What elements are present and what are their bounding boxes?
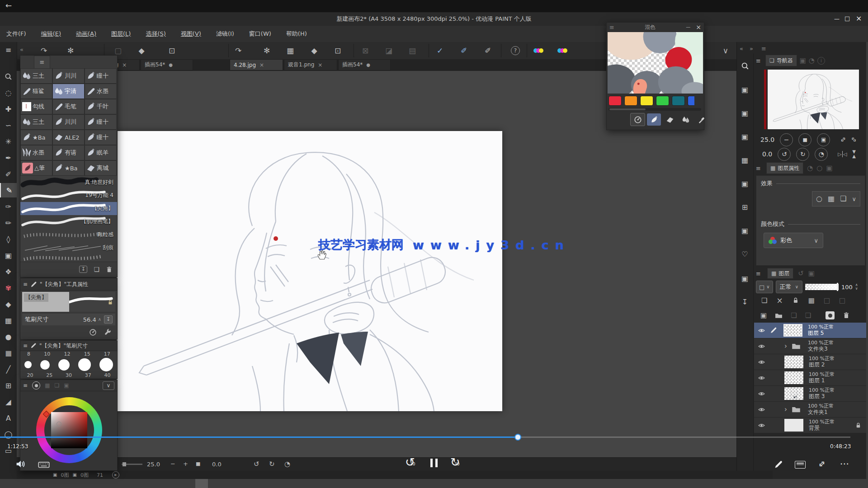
brush-item[interactable]: 离城	[97, 164, 108, 172]
inking-tool[interactable]: ✐	[0, 167, 17, 181]
layer-thumbnail[interactable]	[784, 371, 803, 384]
zoom-value[interactable]: 25.0	[760, 136, 774, 143]
brush-preset-partial[interactable]	[20, 254, 117, 262]
zoom-slider[interactable]	[122, 464, 142, 465]
brush-item[interactable]: 水墨	[33, 149, 44, 157]
brush-item[interactable]: 有请	[65, 149, 76, 157]
strip-panel-icon[interactable]: ▣	[736, 106, 753, 120]
tab-tool-nav-icon[interactable]: ◔	[807, 165, 813, 172]
doc-tab[interactable]: 插画54*●	[338, 59, 391, 70]
tab-color-slider-icon[interactable]: ▦	[45, 383, 50, 388]
strip-panel-icon[interactable]: ▣	[736, 176, 753, 191]
close-button[interactable]: ×	[856, 15, 862, 22]
text-tool[interactable]: A	[0, 411, 17, 425]
layer-thumbnail[interactable]	[783, 324, 802, 337]
canvas[interactable]	[117, 131, 502, 411]
color-swatch[interactable]	[624, 96, 637, 106]
dock-menu-icon[interactable]: ≡	[761, 46, 766, 52]
screentone-tool[interactable]: ▦	[0, 313, 17, 328]
effect-tone-icon[interactable]: ▦	[828, 195, 835, 202]
opacity-value[interactable]: 100	[841, 284, 853, 291]
rotate-ccw-button[interactable]: ↺	[778, 148, 791, 161]
layer-thumbnail[interactable]	[784, 356, 803, 368]
tab-layer-props-active[interactable]: ▦图层属性	[766, 162, 803, 174]
mixing-titlebar[interactable]: ≡ 混色 — ×	[607, 23, 704, 32]
tab-color-history-icon[interactable]: ▣	[64, 383, 69, 388]
move-tool[interactable]: ✚	[0, 102, 17, 116]
size-dot[interactable]	[99, 358, 113, 371]
brush-preset[interactable]: 19号万能 4	[20, 189, 117, 202]
panel-menu-icon[interactable]: ≡	[23, 282, 28, 287]
sv-marker[interactable]	[57, 422, 61, 427]
color-swatch[interactable]	[640, 96, 653, 106]
palette2-icon[interactable]	[555, 44, 570, 57]
bottom-rotation-value[interactable]: 0.0	[212, 461, 222, 468]
doc-tab[interactable]: 4.28.jpg×	[230, 59, 283, 70]
size-dot[interactable]	[58, 359, 70, 371]
eye-icon[interactable]	[758, 406, 765, 413]
player-timeline-track[interactable]	[0, 436, 850, 438]
eraser-tool[interactable]: ◆	[0, 297, 17, 311]
menu-animation[interactable]: 动画(A)	[76, 30, 96, 38]
tab-layers-active[interactable]: ▦图层	[767, 268, 793, 279]
pen-tool[interactable]: ✒	[0, 150, 17, 165]
reference-layer-icon[interactable]: ×	[776, 297, 783, 305]
crop-icon[interactable]: ⊡	[330, 44, 345, 57]
mixing-scrollbar[interactable]	[609, 108, 701, 111]
transform-icon[interactable]: ⊡	[164, 44, 179, 57]
brush-item[interactable]: 瞳十	[97, 72, 108, 80]
blend-tool[interactable]: ❖	[0, 264, 17, 279]
tab-history-icon[interactable]: ↺	[798, 270, 804, 277]
minimize-button[interactable]: —	[834, 16, 840, 22]
brush-item[interactable]: 川川	[65, 72, 76, 80]
tab-color-set-icon[interactable]: ❏	[54, 383, 59, 388]
menu-edit[interactable]: 编辑(E)	[41, 30, 61, 38]
rotation-value[interactable]: 0.0	[762, 150, 772, 158]
wand-tool[interactable]: ✳	[0, 134, 17, 149]
brush-item[interactable]: 三土	[33, 118, 44, 126]
eye-icon[interactable]	[758, 374, 765, 382]
layer-row[interactable]: 100 %正常图层 1	[754, 370, 866, 386]
grid-frame-tool[interactable]: ⊞	[0, 378, 17, 393]
tab-reference-icon[interactable]: ◔	[809, 57, 815, 64]
lock-layer-icon[interactable]	[792, 297, 799, 304]
brush-stroke-icon[interactable]: ✐	[480, 44, 495, 57]
opacity-stepper[interactable]: ∧∨	[855, 283, 858, 291]
brush-item[interactable]: 水墨	[97, 87, 108, 95]
size-option[interactable]: 20	[27, 372, 33, 378]
mix-blend-tool[interactable]	[663, 113, 677, 126]
brush-item-selected[interactable]: 宇清	[65, 87, 76, 95]
menu-layer[interactable]: 图层(L)	[111, 30, 131, 38]
back-icon[interactable]: ←	[5, 2, 12, 9]
expand-chevron-icon[interactable]: ›	[784, 406, 787, 413]
mix-wet-tool[interactable]	[679, 113, 693, 126]
grid-icon[interactable]: ▦	[283, 44, 298, 57]
layer-thumbnail[interactable]	[784, 387, 803, 400]
panel-menu-icon[interactable]: ≡	[756, 271, 761, 277]
size-dot[interactable]	[78, 358, 91, 371]
strip-panel-icon[interactable]: ▣	[736, 223, 753, 238]
taskbar-item[interactable]	[195, 479, 208, 488]
snap-ruler-icon[interactable]: ✓	[432, 44, 448, 57]
menu-filter[interactable]: 滤镜(I)	[216, 30, 234, 38]
panel-menu-icon[interactable]: ≡	[23, 343, 28, 348]
size-link-button[interactable]: ↧	[104, 315, 113, 324]
brush-panel-menu[interactable]: ≡	[34, 56, 50, 69]
tab-color-wheel-active[interactable]	[32, 381, 40, 389]
mixing-canvas[interactable]	[608, 32, 703, 94]
skip-forward-button[interactable]: ↻ 30	[450, 456, 466, 470]
color-swatch[interactable]	[688, 96, 694, 106]
tab-info-icon[interactable]: i	[817, 57, 825, 65]
fit-screen-icon[interactable]: ⇕	[839, 135, 848, 144]
zoom-tool[interactable]	[0, 69, 17, 84]
zoom-fit-button[interactable]: ▣	[817, 133, 830, 146]
dock-expand-icon[interactable]: »	[750, 46, 753, 52]
pause-button[interactable]	[430, 459, 438, 467]
decoration-tool[interactable]: ◊	[0, 232, 17, 246]
opacity-slider[interactable]	[805, 284, 839, 290]
color-mixer-tool[interactable]: ✾	[0, 281, 17, 295]
gradient-tool[interactable]: ◢	[0, 394, 17, 409]
layer-row[interactable]: 100 %正常图层 2	[754, 354, 866, 370]
fit-button-icon[interactable]: ■	[196, 461, 200, 466]
close-icon[interactable]: ×	[696, 24, 701, 30]
